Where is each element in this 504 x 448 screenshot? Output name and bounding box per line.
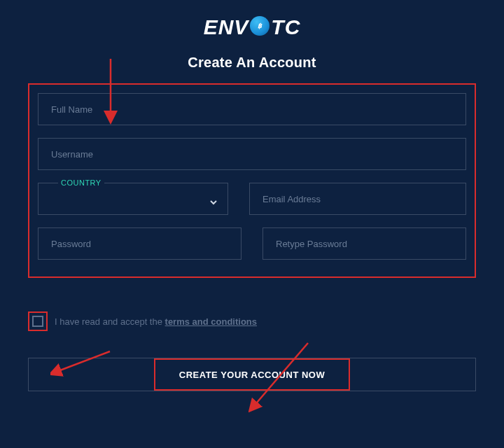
terms-link[interactable]: terms and conditions <box>165 316 257 327</box>
brand-logo-right: TC <box>271 15 300 39</box>
terms-checkbox-highlight <box>28 312 48 331</box>
terms-text: I have read and accept the terms and con… <box>55 316 257 327</box>
retype-password-field[interactable] <box>262 227 466 260</box>
username-field[interactable] <box>38 138 466 170</box>
page-title: Create An Account <box>0 55 504 71</box>
create-account-button[interactable]: CREATE YOUR ACCOUNT NOW <box>154 358 350 391</box>
terms-row: I have read and accept the terms and con… <box>28 312 504 331</box>
country-legend: COUNTRY <box>58 178 104 187</box>
email-field[interactable] <box>249 183 466 215</box>
terms-prefix: I have read and accept the <box>55 316 165 327</box>
terms-checkbox[interactable] <box>32 316 43 327</box>
email-input[interactable] <box>262 183 453 214</box>
bitcoin-globe-icon: ฿ <box>250 16 270 36</box>
username-input[interactable] <box>51 139 453 169</box>
retype-password-input[interactable] <box>276 228 453 259</box>
password-input[interactable] <box>51 228 228 259</box>
password-field[interactable] <box>38 227 241 260</box>
submit-bar: CREATE YOUR ACCOUNT NOW <box>28 358 476 391</box>
country-fieldset[interactable]: COUNTRY <box>38 178 228 215</box>
brand-logo-left: ENV <box>204 15 249 39</box>
svg-text:฿: ฿ <box>258 22 262 29</box>
country-select[interactable] <box>47 187 219 218</box>
signup-form: COUNTRY <box>28 83 476 278</box>
full-name-field[interactable] <box>38 93 466 125</box>
full-name-input[interactable] <box>51 94 453 125</box>
brand-logo: ENV ฿ TC <box>0 15 504 39</box>
